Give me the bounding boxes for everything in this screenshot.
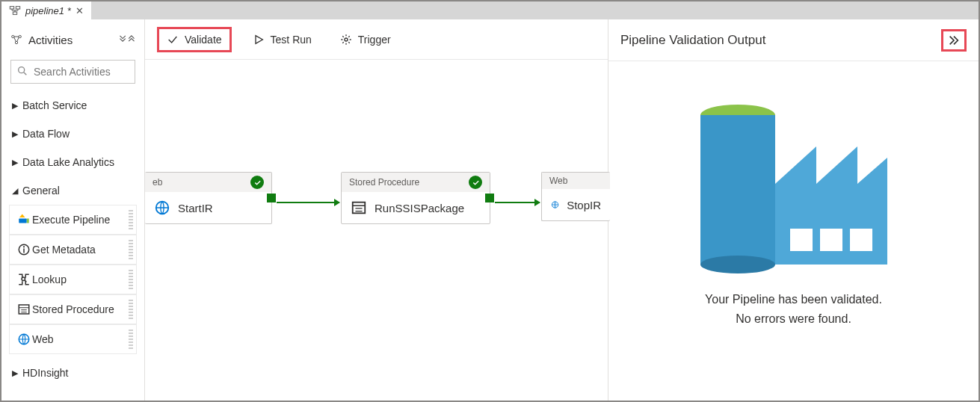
- search-activities: [10, 60, 135, 84]
- activity-stored-procedure[interactable]: Stored Procedure: [9, 294, 137, 324]
- trigger-button[interactable]: Trigger: [333, 29, 398, 50]
- validation-message: Your Pipeline has been validated. No err…: [705, 290, 882, 328]
- output-port[interactable]: [267, 194, 276, 202]
- success-icon: [250, 176, 264, 189]
- web-icon: [551, 197, 559, 213]
- output-port[interactable]: [485, 194, 494, 202]
- play-icon: [253, 34, 265, 46]
- node-head: Web: [542, 173, 610, 189]
- group-hdinsight[interactable]: ▶HDInsight: [1, 359, 144, 387]
- web-icon: [16, 333, 32, 346]
- svg-rect-1: [16, 7, 19, 9]
- chevron-double-right-icon: [947, 34, 961, 46]
- success-icon: [469, 176, 482, 189]
- app-root: pipeline1 * ✕ Activities: [0, 0, 980, 402]
- grip-icon: [129, 210, 133, 229]
- group-batch-service[interactable]: ▶Batch Service: [1, 91, 144, 120]
- panel-header: Pipeline Validation Output: [608, 19, 979, 61]
- node-runssispackage[interactable]: Stored Procedure RunSSISPackage: [341, 172, 490, 224]
- panel-body: Your Pipeline has been validated. No err…: [608, 61, 979, 401]
- check-icon: [167, 34, 179, 46]
- svg-point-12: [22, 277, 25, 281]
- body: Activities ▶Batch Service ▶Data Flow ▶Da…: [1, 19, 979, 401]
- node-head: eb: [145, 173, 271, 192]
- validate-button[interactable]: Validate: [157, 27, 232, 52]
- svg-point-5: [15, 41, 17, 43]
- execute-pipeline-icon: [16, 213, 32, 226]
- activity-get-metadata[interactable]: Get Metadata: [9, 235, 137, 265]
- collapse-panel-button[interactable]: [941, 29, 967, 52]
- tab-pipeline1[interactable]: pipeline1 * ✕: [1, 1, 91, 19]
- group-general[interactable]: ◢General: [1, 176, 144, 205]
- node-body: StartIR: [145, 192, 271, 223]
- svg-rect-20: [700, 115, 775, 265]
- search-input[interactable]: [10, 60, 135, 84]
- grip-icon: [129, 330, 133, 349]
- group-data-lake-analytics[interactable]: ▶Data Lake Analytics: [1, 148, 144, 176]
- svg-rect-23: [820, 229, 842, 251]
- grip-icon: [129, 270, 133, 289]
- node-body: RunSSISPackage: [342, 192, 490, 223]
- lookup-icon: [16, 273, 32, 286]
- svg-rect-24: [850, 229, 872, 251]
- grip-icon: [129, 300, 133, 319]
- activity-web[interactable]: Web: [9, 324, 137, 354]
- node-body: StopIR: [542, 189, 610, 220]
- pipeline-icon: [9, 4, 21, 16]
- connector-2-3[interactable]: [495, 202, 540, 203]
- node-stopir[interactable]: Web StopIR: [541, 172, 610, 221]
- svg-rect-0: [10, 7, 13, 9]
- activities-sidebar: Activities ▶Batch Service ▶Data Flow ▶Da…: [1, 19, 145, 401]
- canvas-toolbar: Validate Test Run Trigger: [145, 19, 608, 60]
- svg-point-15: [345, 38, 348, 41]
- svg-rect-8: [27, 219, 29, 223]
- svg-point-6: [19, 67, 25, 73]
- node-head: Stored Procedure: [342, 173, 490, 192]
- sidebar-header: Activities: [1, 19, 144, 60]
- panel-title: Pipeline Validation Output: [620, 33, 765, 48]
- web-icon: [154, 200, 170, 216]
- connector-1-2[interactable]: [277, 202, 339, 203]
- info-icon: [16, 243, 32, 256]
- svg-rect-22: [790, 229, 813, 251]
- tab-bar: pipeline1 * ✕: [1, 1, 979, 19]
- group-data-flow[interactable]: ▶Data Flow: [1, 120, 144, 148]
- svg-point-21: [700, 256, 775, 273]
- activity-execute-pipeline[interactable]: Execute Pipeline: [9, 205, 137, 235]
- canvas-stage[interactable]: eb StartIR Stored Procedure: [145, 60, 608, 401]
- activities-icon: [10, 34, 22, 46]
- validation-panel: Pipeline Validation Output Your Pipeline…: [608, 19, 979, 401]
- stored-procedure-icon: [351, 200, 367, 216]
- grip-icon: [129, 240, 133, 259]
- svg-rect-2: [13, 12, 16, 14]
- search-icon: [16, 65, 28, 80]
- canvas[interactable]: Validate Test Run Trigger eb: [145, 19, 608, 401]
- svg-rect-7: [19, 219, 27, 223]
- test-run-button[interactable]: Test Run: [245, 29, 319, 50]
- trigger-icon: [340, 34, 352, 46]
- sidebar-title: Activities: [10, 34, 73, 46]
- svg-point-10: [23, 246, 25, 247]
- stored-procedure-icon: [16, 303, 32, 316]
- expand-collapse-icon[interactable]: [119, 34, 135, 45]
- factory-illustration: [697, 87, 891, 273]
- close-icon[interactable]: ✕: [75, 5, 84, 16]
- tab-title: pipeline1 *: [25, 5, 71, 16]
- activity-lookup[interactable]: Lookup: [9, 265, 137, 294]
- svg-rect-11: [23, 249, 25, 253]
- node-startir[interactable]: eb StartIR: [145, 172, 272, 224]
